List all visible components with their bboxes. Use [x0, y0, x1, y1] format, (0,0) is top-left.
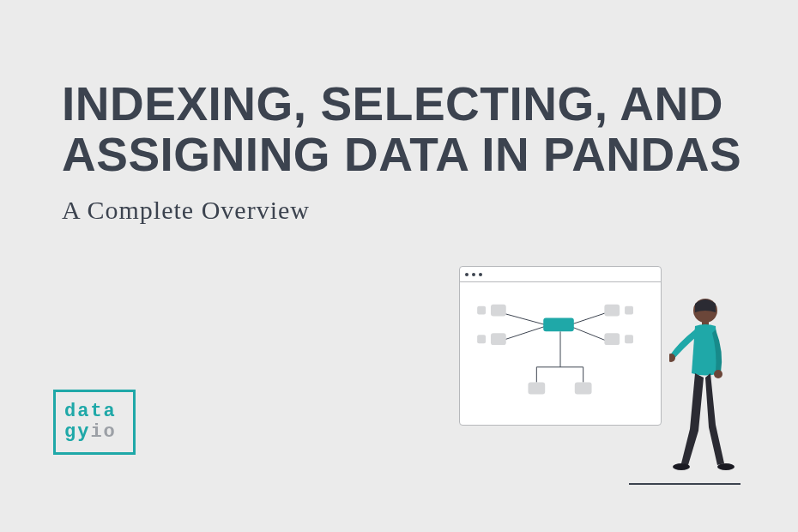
window-control-dot [465, 273, 469, 276]
svg-line-3 [571, 326, 608, 342]
window-control-dot [479, 273, 482, 276]
svg-rect-9 [477, 335, 486, 343]
ground-shadow [629, 483, 741, 485]
logo-text-line2: gyio [64, 422, 133, 443]
svg-rect-17 [528, 383, 545, 395]
svg-point-24 [717, 463, 735, 470]
svg-rect-18 [575, 383, 592, 395]
browser-titlebar [460, 267, 661, 282]
network-diagram [460, 282, 661, 425]
svg-rect-11 [491, 333, 506, 345]
logo-io: io [90, 422, 116, 443]
person-illustration-icon [669, 292, 747, 481]
datagy-logo: data gyio [53, 390, 136, 455]
svg-rect-16 [625, 335, 633, 343]
svg-rect-13 [604, 305, 620, 317]
diagram-svg-icon [460, 282, 661, 425]
browser-window-icon [459, 266, 662, 426]
logo-gy: gy [64, 422, 90, 443]
svg-rect-8 [477, 306, 486, 315]
svg-rect-14 [604, 333, 620, 345]
svg-rect-10 [491, 305, 506, 317]
illustration-container [459, 257, 742, 485]
svg-rect-12 [543, 318, 574, 332]
page-subtitle: A Complete Overview [62, 196, 310, 225]
window-control-dot [472, 273, 475, 276]
svg-line-2 [571, 312, 608, 325]
svg-point-23 [673, 463, 690, 470]
svg-rect-15 [625, 306, 633, 315]
page-title: INDEXING, SELECTING, AND ASSIGNING DATA … [62, 79, 798, 181]
svg-point-22 [714, 370, 722, 378]
logo-text-line1: data [64, 402, 133, 422]
